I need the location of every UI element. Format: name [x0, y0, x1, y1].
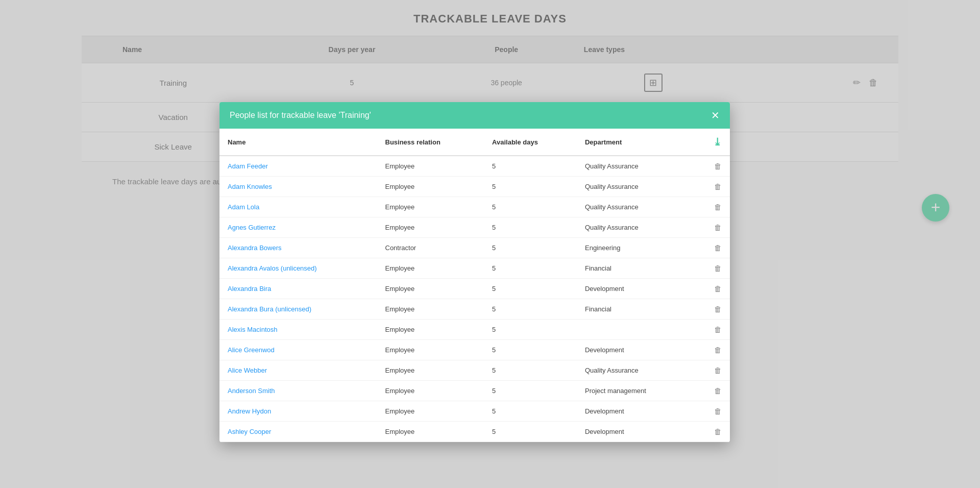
modal-table-row: Alice GreenwodEmployee5Development🗑	[219, 340, 730, 360]
person-delete[interactable]: 🗑	[693, 320, 730, 340]
person-available-days: 5	[484, 422, 577, 442]
person-name[interactable]: Ashley Cooper	[219, 422, 377, 442]
trash-icon[interactable]: 🗑	[714, 325, 722, 334]
person-name[interactable]: Alexis Macintosh	[219, 320, 377, 340]
person-delete[interactable]: 🗑	[693, 381, 730, 401]
modal-header: People list for trackable leave 'Trainin…	[219, 102, 730, 129]
trash-icon[interactable]: 🗑	[714, 427, 722, 436]
person-department: Financial	[577, 299, 693, 320]
modal-table-row: Adam FeederEmployee5Quality Assurance🗑	[219, 156, 730, 177]
trash-icon[interactable]: 🗑	[714, 223, 722, 232]
person-name[interactable]: Alexandra Avalos (unlicensed)	[219, 258, 377, 279]
modal-table-row: Alexandra BiraEmployee5Development🗑	[219, 279, 730, 299]
person-delete[interactable]: 🗑	[693, 360, 730, 381]
person-business-relation: Employee	[377, 299, 484, 320]
person-name[interactable]: Adam Feeder	[219, 156, 377, 177]
modal-table-row: Alexis MacintoshEmployee5🗑	[219, 320, 730, 340]
trash-icon[interactable]: 🗑	[714, 346, 722, 354]
person-available-days: 5	[484, 279, 577, 299]
person-department: Project management	[577, 381, 693, 401]
page-container: TRACKABLE LEAVE DAYS Name Days per year …	[0, 0, 980, 488]
person-available-days: 5	[484, 401, 577, 422]
modal-table-row: Adam LolaEmployee5Quality Assurance🗑	[219, 197, 730, 217]
person-business-relation: Employee	[377, 381, 484, 401]
modal-table-row: Anderson SmithEmployee5Project managemen…	[219, 381, 730, 401]
person-department: Engineering	[577, 238, 693, 258]
person-available-days: 5	[484, 320, 577, 340]
person-business-relation: Employee	[377, 279, 484, 299]
trash-icon[interactable]: 🗑	[714, 305, 722, 313]
person-business-relation: Employee	[377, 156, 484, 177]
person-business-relation: Employee	[377, 422, 484, 442]
modal-col-available-days: Available days	[484, 129, 577, 156]
person-department: Quality Assurance	[577, 217, 693, 238]
person-department	[577, 320, 693, 340]
person-delete[interactable]: 🗑	[693, 299, 730, 320]
person-business-relation: Employee	[377, 258, 484, 279]
person-name[interactable]: Alexandra Bira	[219, 279, 377, 299]
person-delete[interactable]: 🗑	[693, 177, 730, 197]
person-business-relation: Employee	[377, 401, 484, 422]
person-available-days: 5	[484, 197, 577, 217]
person-name[interactable]: Alexandra Bowers	[219, 238, 377, 258]
person-delete[interactable]: 🗑	[693, 238, 730, 258]
trash-icon[interactable]: 🗑	[714, 284, 722, 293]
person-business-relation: Contractor	[377, 238, 484, 258]
modal-close-button[interactable]: ✕	[711, 110, 720, 120]
trash-icon[interactable]: 🗑	[714, 366, 722, 375]
person-department: Development	[577, 422, 693, 442]
modal-col-business-relation: Business relation	[377, 129, 484, 156]
trash-icon[interactable]: 🗑	[714, 182, 722, 191]
modal-table-row: Andrew HydonEmployee5Development🗑	[219, 401, 730, 422]
person-available-days: 5	[484, 238, 577, 258]
person-delete[interactable]: 🗑	[693, 197, 730, 217]
person-delete[interactable]: 🗑	[693, 258, 730, 279]
person-delete[interactable]: 🗑	[693, 156, 730, 177]
trash-icon[interactable]: 🗑	[714, 407, 722, 416]
person-name[interactable]: Agnes Gutierrez	[219, 217, 377, 238]
modal-table-row: Alexandra Bura (unlicensed)Employee5Fina…	[219, 299, 730, 320]
person-department: Development	[577, 401, 693, 422]
person-name[interactable]: Adam Lola	[219, 197, 377, 217]
person-available-days: 5	[484, 258, 577, 279]
download-icon[interactable]: ⤓	[713, 136, 722, 148]
modal-table-row: Alice WebberEmployee5Quality Assurance🗑	[219, 360, 730, 381]
trash-icon[interactable]: 🗑	[714, 264, 722, 273]
person-business-relation: Employee	[377, 320, 484, 340]
person-available-days: 5	[484, 360, 577, 381]
person-business-relation: Employee	[377, 360, 484, 381]
person-delete[interactable]: 🗑	[693, 422, 730, 442]
person-department: Financial	[577, 258, 693, 279]
person-name[interactable]: Alice Greenwod	[219, 340, 377, 360]
modal-table-row: Alexandra Avalos (unlicensed)Employee5Fi…	[219, 258, 730, 279]
person-available-days: 5	[484, 340, 577, 360]
person-name[interactable]: Alexandra Bura (unlicensed)	[219, 299, 377, 320]
modal-table-row: Ashley CooperEmployee5Development🗑	[219, 422, 730, 442]
person-name[interactable]: Adam Knowles	[219, 177, 377, 197]
person-name[interactable]: Andrew Hydon	[219, 401, 377, 422]
modal-col-name: Name	[219, 129, 377, 156]
person-delete[interactable]: 🗑	[693, 279, 730, 299]
trash-icon[interactable]: 🗑	[714, 203, 722, 211]
person-delete[interactable]: 🗑	[693, 340, 730, 360]
people-list-modal: People list for trackable leave 'Trainin…	[219, 102, 730, 442]
modal-table-row: Agnes GutierrezEmployee5Quality Assuranc…	[219, 217, 730, 238]
person-name[interactable]: Alice Webber	[219, 360, 377, 381]
trash-icon[interactable]: 🗑	[714, 243, 722, 252]
person-delete[interactable]: 🗑	[693, 217, 730, 238]
person-department: Development	[577, 340, 693, 360]
person-available-days: 5	[484, 381, 577, 401]
person-available-days: 5	[484, 299, 577, 320]
modal-table-row: Adam KnowlesEmployee5Quality Assurance🗑	[219, 177, 730, 197]
person-delete[interactable]: 🗑	[693, 401, 730, 422]
person-department: Quality Assurance	[577, 360, 693, 381]
person-department: Quality Assurance	[577, 177, 693, 197]
modal-title: People list for trackable leave 'Trainin…	[230, 111, 371, 120]
person-business-relation: Employee	[377, 197, 484, 217]
person-department: Quality Assurance	[577, 156, 693, 177]
person-name[interactable]: Anderson Smith	[219, 381, 377, 401]
trash-icon[interactable]: 🗑	[714, 386, 722, 395]
modal-col-download: ⤓	[693, 129, 730, 156]
modal-col-department: Department	[577, 129, 693, 156]
trash-icon[interactable]: 🗑	[714, 162, 722, 170]
